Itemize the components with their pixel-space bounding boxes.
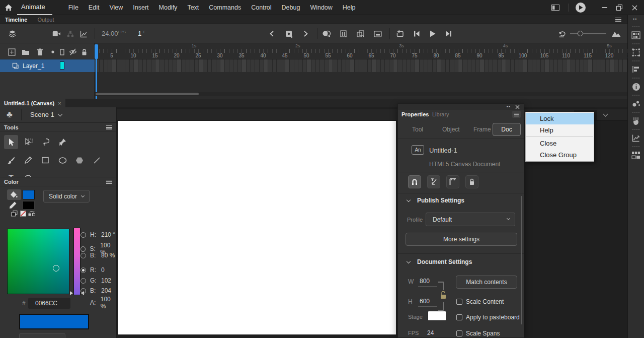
timeline-hscrollbar-thumb[interactable] [96,93,199,95]
quick-share-button[interactable] [576,3,586,13]
layer-frames-track[interactable] [95,59,627,72]
document-settings-chevron-icon[interactable] [407,259,411,263]
onion-skin-button[interactable] [320,28,333,40]
tool-text[interactable]: T [4,171,18,177]
tool-subselection[interactable] [21,135,35,149]
color-panel-menu-icon[interactable] [106,180,112,184]
tool-pencil[interactable] [21,153,35,167]
scale-content-checkbox[interactable] [456,299,462,305]
height-value[interactable]: 600 [420,298,430,305]
radio-b2[interactable] [80,288,86,294]
value-b2[interactable]: 204 [101,287,111,294]
tool-rectangle[interactable] [38,153,52,167]
no-color-button[interactable] [20,211,26,217]
radio-b[interactable] [80,253,86,258]
camera-button[interactable] [50,28,62,40]
menu-edit[interactable]: Edit [84,0,105,15]
match-contents-button[interactable]: Match contents [456,276,517,289]
value-r[interactable]: 0 [101,266,105,274]
minimize-button[interactable] [597,0,612,15]
publish-settings-chevron-icon[interactable] [407,198,411,202]
home-button[interactable] [0,0,17,15]
color-preview-swatch[interactable] [19,314,89,329]
tab-output[interactable]: Output [32,17,59,23]
app-workspace-tab[interactable]: Animate [17,0,52,15]
edit-scene-icon[interactable]: ♣ [7,109,13,120]
playhead-handle[interactable] [95,44,98,59]
properties-panel-menu-button[interactable] [512,111,521,118]
context-menu-item-close[interactable]: Close [526,138,594,149]
workspace-layout-button[interactable] [548,0,563,15]
current-frame-display[interactable]: 1 F [138,30,146,37]
dock-item-asset-warp[interactable] [628,112,644,125]
stroke-color-swatch[interactable] [23,201,35,210]
radio-s[interactable] [80,246,86,252]
step-back-button[interactable] [411,28,423,40]
properties-scrollbar[interactable] [521,196,522,324]
color-mode-select[interactable]: Solid color [43,190,90,202]
tab-properties[interactable]: Properties [401,111,429,117]
tool-rotate[interactable] [21,171,35,177]
timeline-panel-menu-icon[interactable] [615,18,621,22]
menu-insert[interactable]: Insert [128,0,153,15]
previous-keyframe-button[interactable] [266,28,278,40]
dock-item-transform[interactable] [628,43,644,57]
layer-outline-color-swatch[interactable] [60,61,64,70]
layer-view-button[interactable] [6,28,18,40]
value-h[interactable]: 210 ° [101,231,115,238]
fill-color-button[interactable] [7,189,21,200]
menu-file[interactable]: File [63,0,84,15]
subtab-tool[interactable]: Tool [412,126,423,133]
tool-selection[interactable] [4,135,18,149]
saturation-brightness-picker[interactable] [7,229,69,294]
value-a[interactable]: 100 % [101,296,116,310]
radio-r[interactable] [80,267,86,273]
color-picker-marker[interactable] [53,265,59,272]
restore-button[interactable] [612,0,627,15]
create-frame-span-button[interactable] [372,28,384,40]
tool-line[interactable] [90,153,104,167]
menu-view[interactable]: View [104,0,128,15]
fps-display[interactable]: 24.00FPS [102,30,126,37]
tab-timeline[interactable]: Timeline [0,17,32,23]
timeline-zoom-slider-track[interactable] [570,33,606,34]
close-window-button[interactable] [627,0,642,15]
document-settings-header[interactable]: Document Settings [417,258,472,265]
lock-guides-button[interactable] [465,175,478,188]
menu-text[interactable]: Text [182,0,204,15]
snap-to-objects-button[interactable] [408,175,421,188]
timeline-ruler[interactable]: 1s2s3s4s5s 51015202530354045505560657075… [95,43,627,59]
loop-playback-button[interactable] [393,28,406,40]
snap-align-button[interactable] [427,175,440,188]
menu-control[interactable]: Control [246,0,276,15]
timeline-hscrollbar[interactable] [95,92,627,96]
default-colors-button[interactable] [11,211,18,217]
insert-keyframe-button[interactable] [283,28,295,40]
reset-timeline-zoom-button[interactable] [556,28,569,40]
tools-panel-menu-icon[interactable] [106,125,112,129]
outline-view-toggle[interactable] [58,47,65,56]
parent-view-button[interactable] [64,28,76,40]
more-settings-button[interactable]: More settings [406,233,517,246]
radio-h[interactable] [80,232,86,238]
tool-brush[interactable] [4,153,18,167]
hex-input[interactable]: 0066CC [28,298,70,309]
rulers-button[interactable] [446,175,459,188]
onion-skin-outline-button[interactable] [338,28,350,40]
layer-row[interactable]: Layer_1 [0,59,95,72]
width-value[interactable]: 800 [420,278,430,285]
dock-item-brushes[interactable] [628,95,644,107]
fill-color-swatch[interactable] [23,190,35,199]
layer-name[interactable]: Layer_1 [23,62,44,70]
menu-window[interactable]: Window [305,0,337,15]
value-b[interactable]: 80 % [101,252,115,259]
dock-item-components[interactable] [628,146,644,159]
graph-editor-button[interactable] [77,28,90,40]
menu-commands[interactable]: Commands [204,0,246,15]
value-g[interactable]: 102 [101,277,111,284]
timeline-zoom-slider-knob[interactable] [578,31,583,36]
show-hide-all-layers-toggle[interactable] [68,47,77,56]
menu-debug[interactable]: Debug [277,0,305,15]
tool-polystar[interactable] [72,153,87,167]
swap-colors-button[interactable] [28,211,35,217]
